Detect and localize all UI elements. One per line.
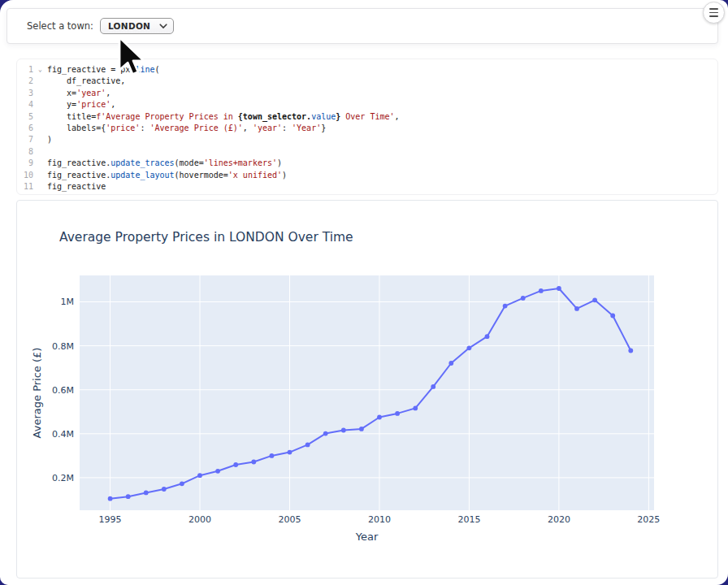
chart-output-panel: Average Property Prices in LONDON Over T… bbox=[16, 200, 718, 578]
x-tick-label: 2020 bbox=[548, 514, 570, 525]
y-tick-label: 0.4M bbox=[52, 429, 74, 440]
data-point[interactable] bbox=[306, 443, 310, 448]
code-line-text: fig_reactive = px.line( bbox=[47, 64, 160, 76]
plot-area[interactable] bbox=[80, 275, 654, 510]
data-point[interactable] bbox=[610, 314, 615, 318]
code-line[interactable]: 5 title=f'Average Property Prices in {to… bbox=[17, 111, 717, 123]
hamburger-icon bbox=[709, 8, 718, 10]
data-point[interactable] bbox=[126, 494, 131, 499]
code-line[interactable]: 8 bbox=[17, 146, 717, 158]
fold-spacer bbox=[33, 170, 47, 181]
data-point[interactable] bbox=[395, 411, 400, 416]
x-tick-label: 2015 bbox=[457, 514, 480, 525]
chevron-down-icon bbox=[159, 24, 167, 29]
x-tick-label: 2000 bbox=[188, 514, 211, 525]
code-line[interactable]: 1⌄fig_reactive = px.line( bbox=[17, 64, 717, 76]
line-number: 8 bbox=[17, 146, 33, 158]
data-point[interactable] bbox=[431, 384, 436, 389]
town-select-value: LONDON bbox=[108, 21, 150, 31]
fold-spacer bbox=[33, 76, 47, 87]
code-line-text: df_reactive, bbox=[47, 76, 125, 87]
y-tick-label: 0.8M bbox=[52, 341, 74, 352]
y-tick-label: 0.2M bbox=[52, 473, 74, 483]
data-point[interactable] bbox=[628, 349, 633, 353]
fold-spacer bbox=[33, 181, 47, 193]
code-line-text: title=f'Average Property Prices in {town… bbox=[47, 111, 400, 123]
code-line-text: fig_reactive.update_layout(hovermode='x … bbox=[47, 170, 287, 181]
data-point[interactable] bbox=[270, 453, 275, 458]
code-line[interactable]: 10fig_reactive.update_layout(hovermode='… bbox=[17, 170, 717, 181]
data-point[interactable] bbox=[359, 427, 364, 431]
code-editor[interactable]: 1⌄fig_reactive = px.line(2 df_reactive,3… bbox=[16, 58, 718, 195]
property-price-chart[interactable]: 19952000200520102015202020250.2M0.4M0.6M… bbox=[17, 201, 717, 578]
hamburger-icon bbox=[709, 15, 718, 17]
data-point[interactable] bbox=[539, 288, 544, 293]
code-line-text: fig_reactive bbox=[47, 181, 106, 193]
data-point[interactable] bbox=[574, 306, 579, 311]
data-point[interactable] bbox=[485, 334, 490, 339]
fold-arrow-icon[interactable]: ⌄ bbox=[33, 64, 47, 76]
line-number: 5 bbox=[17, 111, 33, 123]
fold-spacer bbox=[33, 111, 47, 123]
code-line[interactable]: 6 labels={'price': 'Average Price (£)', … bbox=[17, 123, 717, 134]
data-point[interactable] bbox=[413, 406, 418, 411]
data-point[interactable] bbox=[180, 481, 184, 486]
data-point[interactable] bbox=[341, 428, 346, 433]
line-number: 1 bbox=[17, 64, 33, 76]
data-point[interactable] bbox=[197, 473, 202, 478]
code-lines: 1⌄fig_reactive = px.line(2 df_reactive,3… bbox=[17, 64, 717, 193]
town-select-label: Select a town: bbox=[27, 20, 93, 32]
line-number: 10 bbox=[17, 170, 33, 181]
data-point[interactable] bbox=[448, 361, 453, 366]
fold-spacer bbox=[33, 134, 47, 145]
data-point[interactable] bbox=[288, 450, 292, 455]
data-point[interactable] bbox=[503, 304, 508, 309]
line-number: 6 bbox=[17, 123, 33, 134]
y-tick-label: 1M bbox=[61, 297, 75, 307]
data-point[interactable] bbox=[215, 469, 220, 474]
code-line-text: fig_reactive.update_traces(mode='lines+m… bbox=[47, 158, 282, 169]
line-number: 9 bbox=[17, 158, 33, 169]
x-tick-label: 2010 bbox=[368, 514, 391, 525]
x-tick-label: 1995 bbox=[99, 514, 122, 525]
x-axis-title: Year bbox=[355, 531, 379, 543]
data-point[interactable] bbox=[162, 487, 167, 492]
y-tick-label: 0.6M bbox=[52, 385, 74, 396]
code-line[interactable]: 7) bbox=[17, 134, 717, 145]
data-point[interactable] bbox=[323, 431, 328, 436]
town-select-dropdown[interactable]: LONDON bbox=[100, 18, 174, 34]
data-point[interactable] bbox=[233, 462, 238, 467]
code-line-text: labels={'price': 'Average Price (£)', 'y… bbox=[47, 123, 326, 134]
notebook-card: Select a town: LONDON 1⌄fig_reactive = p… bbox=[0, 0, 728, 585]
menu-button[interactable] bbox=[703, 2, 725, 24]
data-point[interactable] bbox=[251, 460, 256, 465]
data-point[interactable] bbox=[521, 296, 526, 301]
fold-spacer bbox=[33, 99, 47, 110]
code-line-text: x='year', bbox=[47, 88, 110, 99]
line-number: 7 bbox=[17, 134, 33, 145]
data-point[interactable] bbox=[592, 297, 597, 302]
hamburger-icon bbox=[709, 12, 718, 14]
x-tick-label: 2005 bbox=[278, 514, 301, 525]
fold-spacer bbox=[33, 158, 47, 169]
code-line[interactable]: 9fig_reactive.update_traces(mode='lines+… bbox=[17, 158, 717, 169]
fold-spacer bbox=[33, 146, 47, 158]
code-line[interactable]: 11fig_reactive bbox=[17, 181, 717, 193]
data-point[interactable] bbox=[467, 345, 472, 350]
line-number: 3 bbox=[17, 88, 33, 99]
code-line-text: ) bbox=[47, 134, 52, 145]
code-line[interactable]: 3 x='year', bbox=[17, 88, 717, 99]
y-axis-title: Average Price (£) bbox=[31, 348, 43, 439]
fold-spacer bbox=[33, 123, 47, 134]
data-point[interactable] bbox=[557, 286, 561, 291]
data-point[interactable] bbox=[144, 491, 149, 496]
data-point[interactable] bbox=[108, 496, 113, 501]
line-number: 11 bbox=[17, 181, 33, 193]
line-number: 2 bbox=[17, 76, 33, 87]
code-line[interactable]: 2 df_reactive, bbox=[17, 76, 717, 87]
code-line[interactable]: 4 y='price', bbox=[17, 99, 717, 110]
town-selector-panel: Select a town: LONDON bbox=[6, 8, 718, 44]
code-line-text: y='price', bbox=[47, 99, 115, 110]
data-point[interactable] bbox=[377, 415, 382, 420]
line-number: 4 bbox=[17, 99, 33, 110]
